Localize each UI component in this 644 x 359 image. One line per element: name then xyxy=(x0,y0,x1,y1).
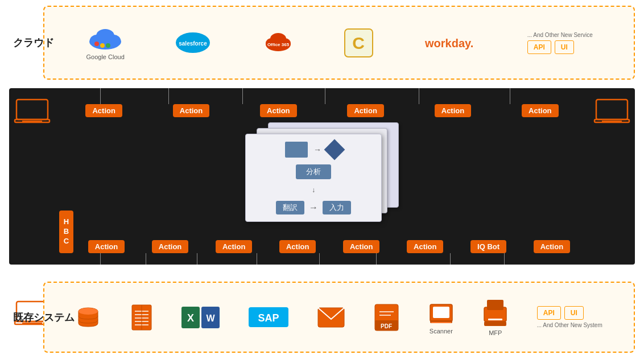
vline-bot-6 xyxy=(376,253,377,265)
svg-rect-57 xyxy=(488,319,502,320)
cloud-section: クラウド Google Cloud xyxy=(43,6,635,80)
vline-3 xyxy=(242,88,243,104)
action-badge-bot-4: Action xyxy=(279,240,316,253)
google-cloud-logo: Google Cloud xyxy=(85,26,125,60)
legacy-label: 既存システム xyxy=(13,311,75,324)
vline-6 xyxy=(510,88,510,104)
svg-point-7 xyxy=(112,42,116,46)
legacy-api-ui-group: API UI ... And Other New System xyxy=(537,306,602,328)
svg-rect-21 xyxy=(596,100,628,119)
svg-rect-56 xyxy=(487,300,503,310)
svg-text:workday.: workday. xyxy=(424,37,473,49)
erp-icon-container xyxy=(130,303,153,332)
laptop-right-top xyxy=(593,97,630,127)
vline-5 xyxy=(419,88,419,104)
wf-input-label: 入力 xyxy=(323,201,351,214)
middle-section: HBC Action Action Action Action Action A… xyxy=(9,88,635,265)
legacy-section: 既存システム xyxy=(43,282,635,353)
svg-point-5 xyxy=(100,43,105,48)
svg-point-31 xyxy=(79,308,98,315)
salesforce-logo: salesforce xyxy=(173,30,213,56)
action-badge-top-3: Action xyxy=(260,104,296,117)
svg-rect-58 xyxy=(484,321,506,326)
pdf-icon-container: PDF xyxy=(374,303,399,332)
svg-rect-52 xyxy=(433,307,449,318)
workflow-diagram: → 分析 ↓ 翻訳 → 入力 xyxy=(240,122,404,228)
action-badge-top-4: Action xyxy=(347,104,383,117)
svg-text:PDF: PDF xyxy=(381,323,392,329)
vline-bot-5 xyxy=(319,253,320,265)
vline-bot-2 xyxy=(146,253,146,265)
database-icon-container xyxy=(76,304,101,330)
svg-point-3 xyxy=(96,29,114,43)
and-other-system-label: ... And Other New System xyxy=(537,322,602,328)
wf-translate-label: 翻訳 xyxy=(276,201,304,214)
svg-text:salesforce: salesforce xyxy=(179,40,208,47)
action-badge-bot-8: Action xyxy=(534,240,570,253)
mfp-label: MFP xyxy=(489,329,502,336)
laptop-left-top xyxy=(14,97,51,127)
svg-point-6 xyxy=(106,43,110,48)
action-badge-top-1: Action xyxy=(85,104,122,117)
vline-bot-1 xyxy=(100,253,101,265)
action-badge-top-6: Action xyxy=(522,104,558,117)
action-badge-top-2: Action xyxy=(173,104,209,117)
svg-text:C: C xyxy=(352,34,365,52)
vline-4 xyxy=(325,88,325,104)
svg-text:Office 365: Office 365 xyxy=(267,42,290,47)
scanner-label: Scanner xyxy=(430,328,453,335)
vline-bot-3 xyxy=(197,253,197,265)
wf-analyze-label: 分析 xyxy=(296,164,331,179)
action-badge-bot-3: Action xyxy=(216,240,252,253)
svg-rect-18 xyxy=(16,100,48,119)
sap-icon-container: SAP xyxy=(249,307,288,327)
workday-logo: workday. xyxy=(422,33,479,53)
action-badge-top-5: Action xyxy=(435,104,471,117)
iqbot-badge: IQ Bot xyxy=(470,240,506,253)
scanner-icon-container: Scanner xyxy=(428,300,454,335)
action-badge-bot-6: Action xyxy=(407,240,443,253)
hbc-label: HBC xyxy=(59,211,73,253)
action-badge-bot-1: Action xyxy=(88,240,125,253)
svg-point-4 xyxy=(94,42,99,46)
cloud-api-badge: API xyxy=(527,40,551,54)
action-badge-bot-5: Action xyxy=(343,240,379,253)
mail-icon-container xyxy=(317,307,345,328)
svg-text:SAP: SAP xyxy=(258,312,279,324)
excel-word-icon-container: X W xyxy=(181,307,220,328)
cloud-ui-badge: UI xyxy=(555,40,574,54)
cloud-label: クラウド xyxy=(13,36,54,49)
action-badge-bot-2: Action xyxy=(152,240,188,253)
office365-logo: Office 365 xyxy=(261,28,295,57)
mfp-icon-container: MFP xyxy=(482,299,508,336)
cloud-api-ui-group: ... And Other New Service API UI xyxy=(527,32,593,54)
svg-text:W: W xyxy=(207,313,216,323)
vline-bot-8 xyxy=(504,253,505,265)
legacy-ui-badge: UI xyxy=(564,306,584,320)
svg-text:X: X xyxy=(187,312,194,324)
and-other-service-label: ... And Other New Service xyxy=(527,32,593,38)
legacy-api-badge: API xyxy=(537,306,561,320)
vline-bot-4 xyxy=(257,253,257,265)
vline-2 xyxy=(168,88,169,104)
coupa-logo: C xyxy=(343,27,374,59)
vline-bot-7 xyxy=(450,253,451,265)
vline-1 xyxy=(100,88,101,104)
